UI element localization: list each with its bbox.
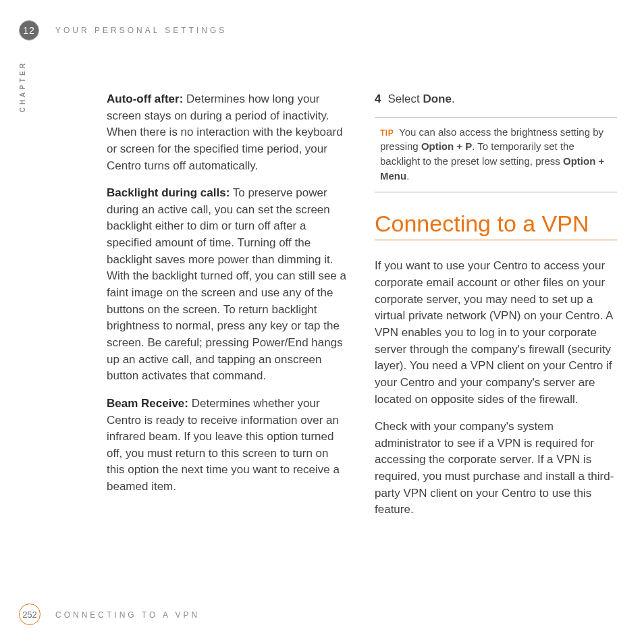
vpn-paragraph-1: If you want to use your Centro to access… [375,258,617,408]
left-column: Auto-off after: Determines how long your… [107,91,349,529]
auto-off-label: Auto-off after: [107,92,183,105]
tip-box: TIP You can also access the brightness s… [375,117,617,192]
step-post: . [452,92,455,105]
step-number: 4 [375,92,381,105]
beam-receive-body: Determines whether your Centro is ready … [107,397,340,493]
content-columns: Auto-off after: Determines how long your… [107,91,617,529]
right-column: 4Select Done. TIP You can also access th… [375,91,617,529]
step-bold: Done [423,92,452,105]
step-pre: Select [387,92,423,105]
backlight-body: To preserve power during an active call,… [107,186,346,382]
step-4: 4Select Done. [375,91,617,108]
page-number-badge: 252 [19,603,41,625]
document-page: 12 YOUR PERSONAL SETTINGS CHAPTER Auto-o… [0,0,644,644]
chapter-number: 12 [23,25,35,36]
tip-shortcut-1: Option + P [421,140,472,152]
backlight-paragraph: Backlight during calls: To preserve powe… [107,185,349,385]
tip-label: TIP [380,128,394,138]
tip-end: . [406,170,409,182]
chapter-vertical-label: CHAPTER [19,61,26,112]
chapter-number-badge: 12 [19,20,39,41]
page-number: 252 [22,610,37,620]
beam-receive-paragraph: Beam Receive: Determines whether your Ce… [107,396,349,495]
auto-off-paragraph: Auto-off after: Determines how long your… [107,91,349,174]
header-eyebrow: YOUR PERSONAL SETTINGS [55,26,227,35]
footer-section-title: CONNECTING TO A VPN [55,610,200,620]
section-heading-vpn: Connecting to a VPN [375,210,617,241]
backlight-label: Backlight during calls: [107,186,230,199]
beam-receive-label: Beam Receive: [107,397,188,410]
vpn-paragraph-2: Check with your company's system adminis… [375,419,617,518]
